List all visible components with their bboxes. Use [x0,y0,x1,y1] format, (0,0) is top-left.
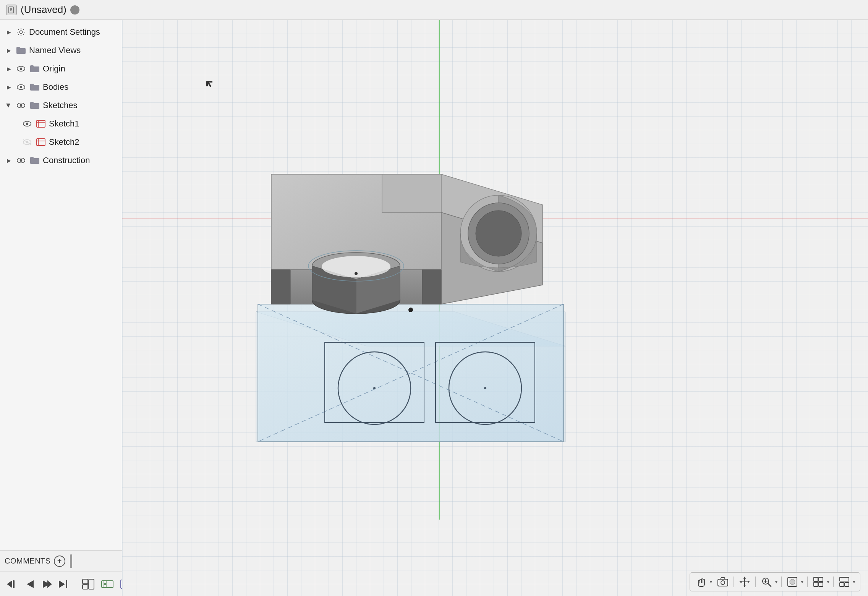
svg-point-85 [790,579,795,585]
timeline-tool-2[interactable] [100,577,115,591]
orbit-tool-button[interactable] [694,575,709,589]
sidebar-item-sketch2[interactable]: Sketch2 [0,133,122,151]
eye-icon[interactable] [21,120,33,128]
svg-rect-87 [819,577,823,581]
eye-icon[interactable] [15,101,27,110]
svg-marker-77 [743,585,746,587]
toolbar-divider [807,577,808,587]
svg-rect-0 [9,7,13,13]
toolbar-divider [781,577,782,587]
playback-back-button[interactable] [24,577,35,591]
add-comment-button[interactable]: + [54,556,65,567]
eye-icon[interactable] [15,65,27,73]
sidebar-item-label: Bodies [43,82,68,92]
svg-rect-20 [37,139,45,146]
display-mode-dropdown[interactable]: ▼ [800,580,804,584]
main-layout: ▶ Document Settings ▶ Named Views [0,20,868,596]
folder-icon [15,46,27,55]
zoom-button[interactable] [759,575,774,589]
gear-icon [15,28,27,37]
svg-point-38 [104,583,106,585]
sidebar-item-label: Named Views [29,45,81,55]
zoom-dropdown[interactable]: ▼ [774,580,778,584]
document-title: (Unsaved) [21,4,66,16]
sidebar-item-label: Origin [43,64,65,74]
expand-arrow[interactable]: ▶ [5,46,13,55]
playback-forward-button[interactable] [41,577,52,591]
playback-end-button[interactable] [58,577,70,591]
timeline-tool-1[interactable] [81,577,96,591]
playback-bar [0,572,122,596]
svg-point-11 [20,104,22,107]
svg-line-81 [768,583,771,586]
grid-dropdown[interactable]: ▼ [826,580,830,584]
3d-model [122,20,868,596]
svg-marker-73 [422,270,441,304]
expand-arrow[interactable]: ▶ [5,156,13,165]
svg-point-24 [20,159,22,162]
folder-icon [29,64,40,73]
folder-icon [29,83,40,92]
svg-rect-33 [83,585,88,589]
svg-point-75 [721,581,725,585]
display-mode-button[interactable] [785,575,800,589]
svg-rect-86 [814,577,818,581]
camera-button[interactable] [715,575,730,589]
eye-crossed-icon[interactable] [21,138,33,146]
svg-rect-35 [102,581,113,588]
svg-marker-29 [47,580,52,588]
toolbar-divider [833,577,834,587]
sidebar-item-bodies[interactable]: ▶ Bodies [0,78,122,96]
playback-rewind-button[interactable] [6,577,18,591]
sidebar-item-label: Sketches [43,100,78,110]
folder-icon [29,101,40,110]
sidebar-item-sketch1[interactable]: Sketch1 [0,115,122,133]
sidebar-item-label: Sketch1 [49,119,79,129]
svg-rect-88 [814,582,818,586]
sidebar-item-sketches[interactable]: ▶ Sketches [0,96,122,115]
expand-arrow[interactable]: ▶ [5,101,13,110]
svg-rect-89 [819,582,823,586]
svg-marker-27 [27,580,34,588]
eye-icon[interactable] [15,156,27,165]
svg-marker-76 [743,577,746,579]
svg-marker-30 [59,580,65,588]
svg-point-4 [73,8,77,12]
grid-button[interactable] [811,575,826,589]
orbit-tool-dropdown[interactable]: ▼ [709,580,713,584]
svg-rect-14 [37,120,45,127]
svg-rect-74 [718,579,728,586]
pan-button[interactable] [737,575,752,589]
svg-marker-79 [748,581,750,583]
sidebar-item-label: Document Settings [29,27,100,37]
sidebar-item-origin[interactable]: ▶ Origin [0,60,122,78]
viewport[interactable]: ▼ [122,20,868,596]
expand-arrow[interactable]: ▶ [5,28,13,36]
svg-point-56 [408,308,413,312]
viewport-toolbar: ▼ [690,572,860,591]
left-panel: ▶ Document Settings ▶ Named Views [0,20,122,596]
document-icon [6,5,17,15]
svg-point-55 [484,387,486,389]
resize-handle[interactable] [70,554,72,568]
svg-marker-25 [7,580,12,588]
layout-dropdown[interactable]: ▼ [852,580,856,584]
svg-marker-78 [739,581,742,583]
svg-rect-34 [89,579,94,589]
layout-button[interactable] [837,575,852,589]
sketch-icon [35,119,47,128]
svg-point-9 [20,86,22,88]
expand-arrow[interactable]: ▶ [5,65,13,73]
svg-point-13 [26,123,28,125]
sidebar-item-document-settings[interactable]: ▶ Document Settings [0,23,122,41]
svg-rect-90 [840,577,849,581]
expand-arrow[interactable]: ▶ [5,83,13,91]
sidebar-item-label: Sketch2 [49,137,79,147]
svg-rect-91 [840,583,844,586]
sidebar-item-construction[interactable]: ▶ Construction [0,151,122,170]
sidebar-item-named-views[interactable]: ▶ Named Views [0,41,122,60]
svg-point-5 [20,31,23,34]
svg-rect-26 [13,580,15,588]
eye-icon[interactable] [15,83,27,91]
svg-rect-32 [83,579,88,584]
